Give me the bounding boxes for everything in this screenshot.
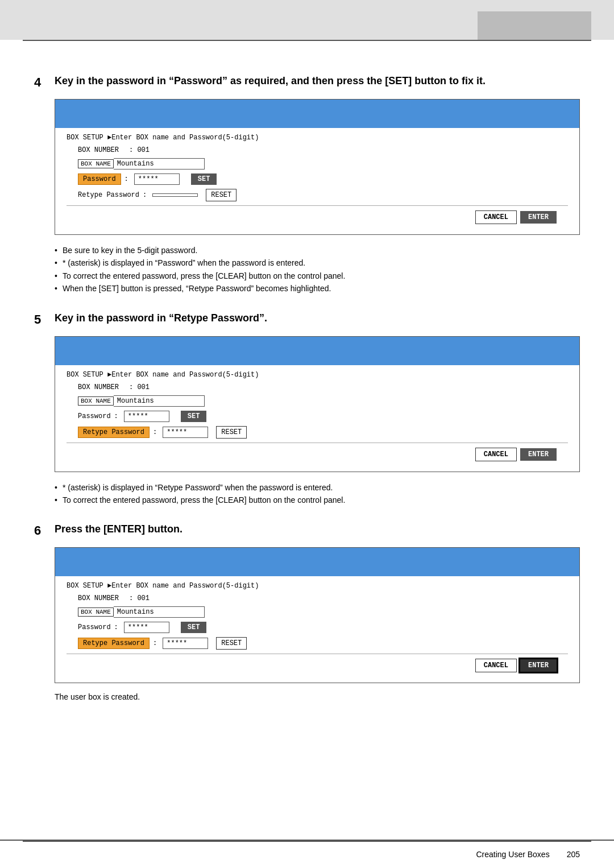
main-content: 4 Key in the password in “Password” as r… xyxy=(0,41,614,724)
screen-4-boxname-wrapper: BOX NAME Mountains xyxy=(78,158,205,170)
screen-4-reset-button[interactable]: RESET xyxy=(206,189,237,201)
screen-6-boxname-label: BOX NAME xyxy=(78,607,114,617)
screen-4-cancel-button[interactable]: CANCEL xyxy=(475,210,517,224)
screen-4-header xyxy=(55,100,579,128)
screen-4-reset-col: RESET xyxy=(204,189,237,201)
screen-6: BOX SETUP ►Enter BOX name and Password(5… xyxy=(55,547,580,683)
screen-4-boxname-input[interactable]: Mountains xyxy=(114,158,205,170)
screen-5-retype-label: Retype Password xyxy=(78,427,150,438)
screen-5-boxnumber-row: BOX NUMBER : 001 xyxy=(78,383,568,391)
screen-5-boxname-input[interactable]: Mountains xyxy=(114,395,205,407)
screen-5-retype-group: Retype Password : ***** xyxy=(78,427,208,438)
screen-5-bottom-row: CANCEL ENTER xyxy=(67,443,568,464)
screen-4-setresetcol: SET xyxy=(185,173,217,185)
screen-4-retype-row: Retype Password : RESET xyxy=(78,189,568,201)
screen-6-enter-button[interactable]: ENTER xyxy=(520,659,557,672)
screen-6-setcol: SET xyxy=(175,622,207,633)
screen-5-password-group: Password : ***** xyxy=(78,411,169,422)
step-6-heading: 6 Press the [ENTER] button. xyxy=(34,522,580,538)
screen-4-boxname-row: BOX NAME Mountains xyxy=(78,158,568,170)
footer: Creating User Boxes 205 xyxy=(0,840,614,868)
footer-section: Creating User Boxes xyxy=(476,850,549,859)
screen-6-password-row: Password : ***** SET xyxy=(78,622,568,633)
screen-5-resetcol: RESET xyxy=(214,426,247,439)
step-5-heading: 5 Key in the password in “Retype Passwor… xyxy=(34,311,580,327)
screen-4-boxnumber-value: : 001 xyxy=(129,146,150,154)
top-bar-graphic xyxy=(478,11,591,40)
bullet-4-1: Be sure to key in the 5-digit password. xyxy=(55,244,580,257)
screen-6-retype-input[interactable]: ***** xyxy=(163,638,208,649)
screen-6-form: BOX NUMBER : 001 BOX NAME Mountains Pass… xyxy=(78,594,568,650)
screen-4-form: BOX NUMBER : 001 BOX NAME Mountains Pass… xyxy=(78,146,568,201)
top-bar xyxy=(0,0,614,40)
footer-page: 205 xyxy=(567,850,580,859)
screen-4-retype-input[interactable] xyxy=(152,193,198,197)
screen-5-retype-row: Retype Password : ***** RESET xyxy=(78,426,568,439)
screen-4-retype-group: Retype Password : xyxy=(78,190,198,200)
screen-5-boxname-row: BOX NAME Mountains xyxy=(78,395,568,407)
screen-6-retype-group: Retype Password : ***** xyxy=(78,638,208,649)
screen-6-password-group: Password : ***** xyxy=(78,622,169,633)
step-6-number: 6 xyxy=(34,523,55,538)
screen-4-boxnumber-row: BOX NUMBER : 001 xyxy=(78,146,568,154)
step-4-number: 4 xyxy=(34,75,55,90)
step-4-bullets: Be sure to key in the 5-digit password. … xyxy=(55,244,580,295)
screen-4-password-group: Password : ***** xyxy=(78,173,180,185)
screen-6-boxname-wrapper: BOX NAME Mountains xyxy=(78,606,205,618)
screen-5-set-button[interactable]: SET xyxy=(181,411,207,422)
step-5-number: 5 xyxy=(34,312,55,327)
bullet-5-2: To correct the entered password, press t… xyxy=(55,494,580,506)
screen-5-retype-colon: : xyxy=(153,428,157,436)
screen-4-retype-colon: : xyxy=(143,191,147,199)
screen-4-retype-label: Retype Password xyxy=(78,190,139,200)
screen-6-boxname-input[interactable]: Mountains xyxy=(114,606,205,618)
step-4-title: Key in the password in “Password” as req… xyxy=(55,74,486,88)
screen-4-bottom-row: CANCEL ENTER xyxy=(67,205,568,226)
screen-4-password-label: Password xyxy=(78,173,121,185)
screen-6-password-input[interactable]: ***** xyxy=(124,622,169,633)
screen-5-boxname-wrapper: BOX NAME Mountains xyxy=(78,395,205,407)
bullet-4-2: * (asterisk) is displayed in “Password” … xyxy=(55,257,580,269)
screen-6-header xyxy=(55,548,579,576)
screen-5-enter-button[interactable]: ENTER xyxy=(520,448,557,461)
screen-6-boxnumber-value: : 001 xyxy=(129,594,150,602)
screen-6-set-button[interactable]: SET xyxy=(181,622,207,633)
screen-4: BOX SETUP ►Enter BOX name and Password(5… xyxy=(55,99,580,235)
screen-5-body: BOX SETUP ►Enter BOX name and Password(5… xyxy=(55,365,579,472)
screen-6-password-colon: : xyxy=(114,623,118,631)
screen-5-password-colon: : xyxy=(114,412,118,420)
screen-5-boxnumber-label: BOX NUMBER xyxy=(78,383,129,391)
bullet-5-1: * (asterisk) is displayed in “Retype Pas… xyxy=(55,481,580,494)
step-6-title: Press the [ENTER] button. xyxy=(55,522,182,536)
closing-text: The user box is created. xyxy=(55,692,580,701)
screen-4-enter-button[interactable]: ENTER xyxy=(520,211,557,224)
screen-5-boxnumber-value: : 001 xyxy=(129,383,150,391)
screen-4-password-row: Password : ***** SET xyxy=(78,173,568,185)
screen-4-password-input[interactable]: ***** xyxy=(134,173,180,185)
screen-5-password-row: Password : ***** SET xyxy=(78,411,568,422)
step-4-heading: 4 Key in the password in “Password” as r… xyxy=(34,74,580,90)
screen-5-retype-input[interactable]: ***** xyxy=(163,427,208,438)
step-5-bullets: * (asterisk) is displayed in “Retype Pas… xyxy=(55,481,580,507)
screen-6-reset-button[interactable]: RESET xyxy=(216,637,247,650)
screen-6-retype-label: Retype Password xyxy=(78,638,150,649)
screen-4-body: BOX SETUP ►Enter BOX name and Password(5… xyxy=(55,128,579,234)
screen-5-password-label: Password xyxy=(78,411,111,421)
screen-5-cancel-button[interactable]: CANCEL xyxy=(475,448,517,461)
screen-6-cancel-button[interactable]: CANCEL xyxy=(475,659,517,672)
screen-6-body: BOX SETUP ►Enter BOX name and Password(5… xyxy=(55,576,579,683)
bullet-4-4: When the [SET] button is pressed, “Retyp… xyxy=(55,282,580,295)
screen-6-retype-colon: : xyxy=(153,639,157,647)
screen-5-form: BOX NUMBER : 001 BOX NAME Mountains Pass… xyxy=(78,383,568,439)
screen-5-breadcrumb: BOX SETUP ►Enter BOX name and Password(5… xyxy=(67,371,568,379)
screen-6-retype-row: Retype Password : ***** RESET xyxy=(78,637,568,650)
screen-4-boxname-label: BOX NAME xyxy=(78,159,114,168)
screen-4-set-button[interactable]: SET xyxy=(191,173,217,185)
screen-6-password-label: Password xyxy=(78,622,111,633)
screen-5-boxname-label: BOX NAME xyxy=(78,396,114,406)
screen-5-password-input[interactable]: ***** xyxy=(124,411,169,422)
screen-4-boxnumber-label: BOX NUMBER xyxy=(78,146,129,154)
screen-5-header xyxy=(55,337,579,365)
screen-5-reset-button[interactable]: RESET xyxy=(216,426,247,439)
screen-6-bottom-row: CANCEL ENTER xyxy=(67,654,568,675)
